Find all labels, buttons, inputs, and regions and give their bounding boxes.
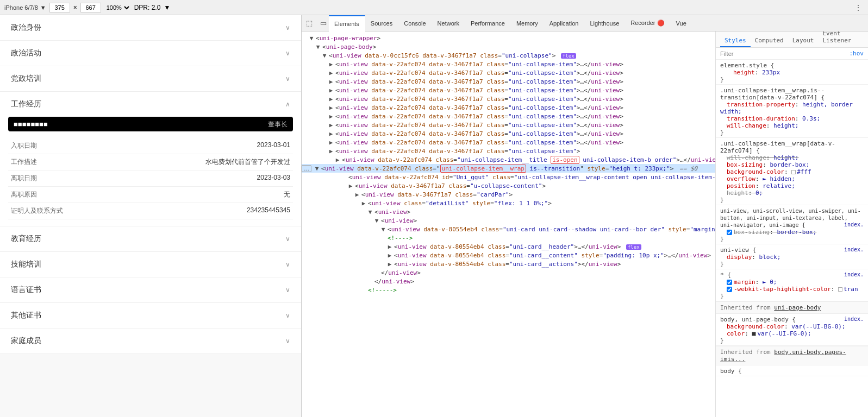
tab-memory[interactable]: Memory xyxy=(511,15,544,31)
css-close: } xyxy=(720,129,864,136)
more-options-button[interactable]: ⋮ xyxy=(853,2,864,13)
css-rule-uni-view-group: uni-view, uni-scroll-view, uni-swiper, u… xyxy=(716,205,868,244)
dom-line: ▶ <uni-view data-v-3467f1a7 class="cardP… xyxy=(302,190,715,199)
css-close: } xyxy=(720,337,864,344)
css-prop-row: box-sizing: border-box; xyxy=(720,161,864,168)
section-zhengzhi-huodong[interactable]: 政治活动 ∨ xyxy=(0,41,301,66)
filter-bar: :hov xyxy=(716,48,868,60)
section-qita-zhengshu[interactable]: 其他证书 ∨ xyxy=(0,303,301,328)
top-bar: iPhone 6/7/8 ▼ × 100% 50% 75% 150% DPR: … xyxy=(0,0,868,15)
css-prop-row: box-sizing: border-box; xyxy=(720,229,864,236)
zoom-select[interactable]: 100% 50% 75% 150% xyxy=(104,4,131,11)
section-zhengzhi-shenfen[interactable]: 政治身份 ∨ xyxy=(0,15,301,41)
css-selector: body, uni-page-body { index. xyxy=(720,316,864,323)
tab-vue[interactable]: Vue xyxy=(671,15,692,31)
chevron-icon: ∨ xyxy=(285,24,290,31)
tab-recorder[interactable]: Recorder 🔴 xyxy=(625,15,670,31)
tab-sources[interactable]: Sources xyxy=(365,15,398,31)
chevron-up-icon: ∧ xyxy=(285,100,290,108)
tab-event-listener[interactable]: Event Listener xyxy=(818,31,864,47)
section-jiaoyu-jingli[interactable]: 教育经历 ∨ xyxy=(0,226,301,252)
dom-line: ▶ <uni-view data-v-22afc074 data-v-3467f… xyxy=(302,86,715,94)
tab-elements[interactable]: Elements xyxy=(329,15,365,31)
css-close: } xyxy=(720,197,864,204)
section-yuyan-zhengshu[interactable]: 语言证书 ∨ xyxy=(0,277,301,303)
dom-panel[interactable]: ▼ <uni-page-wrapper> ▼ <uni-page-body> ▼… xyxy=(302,31,716,417)
css-prop-row: transition-duration: 0.3s; xyxy=(720,115,864,122)
detail-row-end-date: 离职日期 2023-03-03 xyxy=(8,170,293,187)
chevron-icon: ∨ xyxy=(285,312,290,319)
section-dangzheng-peixun[interactable]: 党政培训 ∨ xyxy=(0,66,301,92)
dimension-separator: × xyxy=(73,4,77,11)
filter-hov-button[interactable]: :hov xyxy=(850,50,864,57)
work-header[interactable]: 工作经历 ∧ xyxy=(0,92,301,117)
detail-row-start-date: 入职日期 2023-03-01 xyxy=(8,138,293,154)
work-item-role: 董事长 xyxy=(268,120,288,129)
tab-styles[interactable]: Styles xyxy=(720,35,751,47)
dom-line: ▶ <uni-view data-v-22afc074 data-v-3467f… xyxy=(302,121,715,129)
devtools-tabs: ⬚ ▭ Elements Sources Console Network Per… xyxy=(302,15,868,31)
dom-line: ▶ <uni-view data-v-22afc074 data-v-3467f… xyxy=(302,112,715,121)
styles-panel: Styles Computed Layout Event Listener :h… xyxy=(716,31,868,417)
dom-line: ▶ <uni-view data-v-80554eb4 class="uni-c… xyxy=(302,260,715,268)
inherited-from-link[interactable]: body.uni-body.pages-imis... xyxy=(720,349,846,363)
tab-console[interactable]: Console xyxy=(398,15,432,31)
section-title: 其他证书 xyxy=(11,311,41,320)
css-rule-wrap: .uni-collapse-item__wrap[data-v-22afc074… xyxy=(716,138,868,205)
section-jiating-chengyuan[interactable]: 家庭成员 ∨ xyxy=(0,328,301,354)
detail-row-desc: 工作描述 水电费划代前首管了个开发过 xyxy=(8,154,293,170)
dom-line: ▼ <uni-view> xyxy=(302,207,715,216)
right-panel: ⬚ ▭ Elements Sources Console Network Per… xyxy=(302,15,868,417)
inherited-header-body-uni-body: Inherited from body.uni-body.pages-imis.… xyxy=(716,346,868,365)
css-prop-row: margin: ► 0; xyxy=(720,279,864,286)
dom-line: ▼ <uni-view data-v-0cc15fc6 data-v-3467f… xyxy=(302,51,715,60)
ellipsis-button[interactable]: … xyxy=(302,165,311,172)
device-label: iPhone 6/7/8 xyxy=(4,4,38,11)
work-item-name: ■■■■■■■■ xyxy=(14,120,48,128)
tab-performance[interactable]: Performance xyxy=(465,15,511,31)
css-selector: body { xyxy=(720,368,864,375)
css-close: } xyxy=(720,261,864,268)
tab-network[interactable]: Network xyxy=(432,15,465,31)
css-selector: .uni-collapse-item__wrap.is--transition[… xyxy=(720,87,864,101)
dom-line: ▼ <uni-view data-v-80554eb4 class="uni-c… xyxy=(302,225,715,233)
device-mode-icon[interactable]: ▭ xyxy=(318,19,329,27)
inherited-from-link[interactable]: uni-page-body xyxy=(774,304,821,311)
section-title: 教育经历 xyxy=(11,234,41,244)
work-section-title: 工作经历 xyxy=(11,99,41,109)
inspect-icon[interactable]: ⬚ xyxy=(304,19,315,27)
filter-input[interactable] xyxy=(720,50,847,57)
detail-row-reason: 离职原因 无 xyxy=(8,187,293,203)
height-input[interactable] xyxy=(80,3,101,12)
detail-value: 2023-03-03 xyxy=(257,174,290,183)
css-prop-row: will-change: height; xyxy=(720,122,864,129)
dom-line: ▶ <uni-view data-v-22afc074 data-v-3467f… xyxy=(302,138,715,147)
chevron-icon: ∨ xyxy=(285,337,290,345)
css-selector: .uni-collapse-item__wrap[data-v-22afc074… xyxy=(720,140,864,154)
section-title: 技能培训 xyxy=(11,260,41,269)
tab-application[interactable]: Application xyxy=(544,15,585,31)
dom-line: ▼ <uni-page-body> xyxy=(302,42,715,51)
css-prop-row: -webkit-tap-highlight-color: tran xyxy=(720,286,864,293)
tab-layout[interactable]: Layout xyxy=(788,35,819,47)
detail-row-contact: 证明人及联系方式 234235445345 xyxy=(8,203,293,219)
detail-value: 无 xyxy=(284,190,290,199)
dpr-chevron-icon: ▼ xyxy=(164,4,170,11)
devtools-tab-icons: ⬚ ▭ xyxy=(304,19,329,27)
section-jineng-peixun[interactable]: 技能培训 ∨ xyxy=(0,252,301,277)
css-prop-row: background-color: #fff xyxy=(720,168,864,175)
dom-line: <!-----> xyxy=(302,286,715,294)
styles-panel-tabs: Styles Computed Layout Event Listener xyxy=(716,31,868,48)
dom-line: ▼ <uni-view> xyxy=(302,216,715,225)
section-title: 政治活动 xyxy=(11,48,41,58)
tab-computed[interactable]: Computed xyxy=(751,35,788,47)
tab-lighthouse[interactable]: Lighthouse xyxy=(584,15,625,31)
work-detail: 入职日期 2023-03-01 工作描述 水电费划代前首管了个开发过 离职日期 … xyxy=(0,138,301,226)
css-rule-body: body { xyxy=(716,365,868,376)
css-prop-row: position: relative; xyxy=(720,182,864,189)
width-input[interactable] xyxy=(49,3,70,12)
dom-line-selected[interactable]: … ▼ <uni-view data-v-22afc074 class="uni… xyxy=(302,164,715,173)
section-title: 党政培训 xyxy=(11,74,41,84)
chevron-icon: ∨ xyxy=(285,235,290,243)
device-selector[interactable]: iPhone 6/7/8 ▼ xyxy=(4,4,46,11)
